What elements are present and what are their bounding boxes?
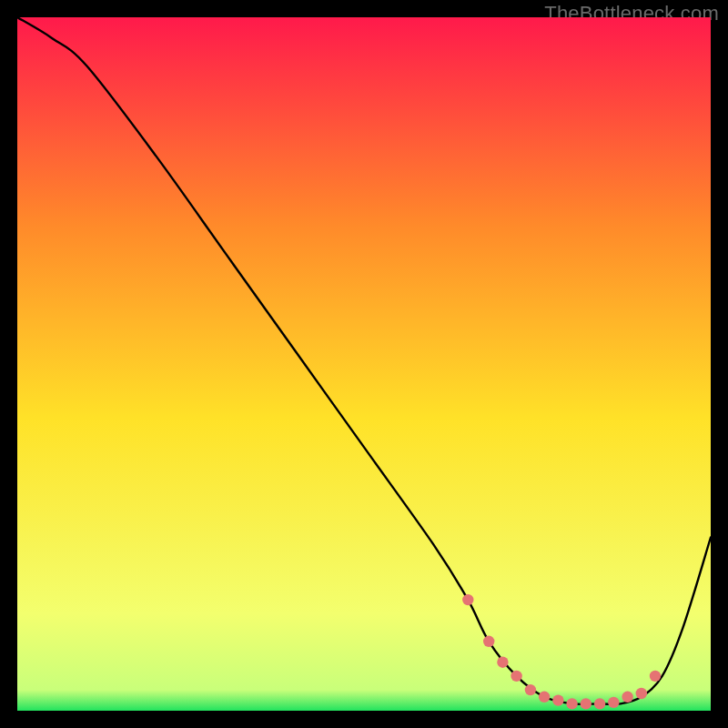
marker-dot (581, 698, 592, 709)
marker-dot (636, 688, 647, 699)
marker-dot (552, 694, 563, 705)
marker-dot (462, 594, 473, 605)
gradient-background (17, 17, 711, 711)
marker-dot (622, 692, 632, 703)
marker-dot (497, 657, 508, 668)
marker-dot (566, 698, 577, 709)
marker-dot (650, 671, 661, 682)
marker-dot (539, 692, 550, 703)
chart-stage: TheBottleneck.com (0, 0, 728, 728)
marker-dot (594, 698, 605, 709)
bottleneck-chart (17, 17, 711, 711)
marker-dot (608, 697, 619, 708)
marker-dot (483, 636, 494, 647)
marker-dot (525, 684, 536, 695)
marker-dot (511, 671, 521, 682)
